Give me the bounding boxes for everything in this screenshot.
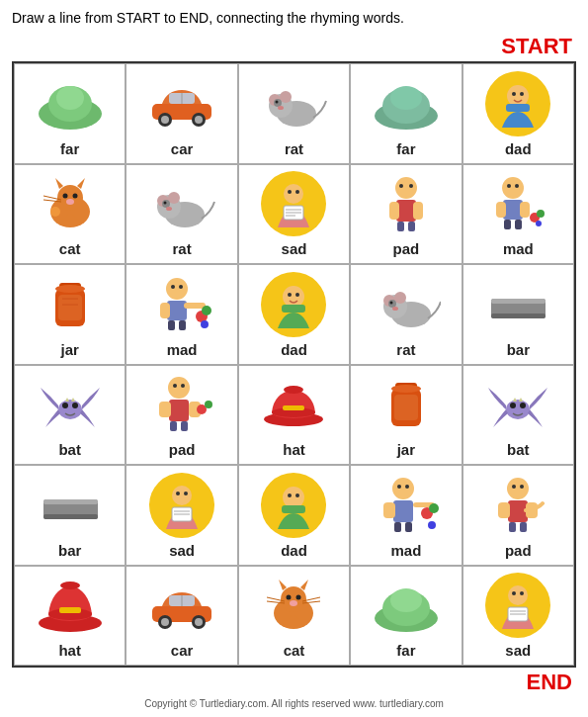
svg-point-115 — [284, 386, 303, 394]
svg-point-73 — [166, 278, 188, 300]
svg-point-28 — [62, 194, 67, 199]
cell-jar-2: jar — [350, 365, 462, 466]
svg-point-103 — [168, 377, 190, 399]
svg-point-94 — [392, 307, 398, 311]
label-far-1: far — [60, 140, 79, 157]
label-cat-1: cat — [59, 240, 81, 257]
cell-mad-1: mad — [462, 164, 574, 265]
cell-far-2: far — [350, 63, 462, 164]
cell-rat-2: rat — [126, 164, 237, 265]
icon-sad-2 — [142, 471, 221, 540]
svg-point-85 — [288, 293, 292, 297]
cell-dad-1: dad — [462, 63, 574, 164]
label-sad-1: sad — [282, 240, 307, 257]
cell-pad-1: pad — [350, 164, 462, 265]
icon-car-1 — [142, 69, 221, 138]
svg-rect-59 — [520, 202, 530, 218]
label-bar-1: bar — [507, 341, 530, 358]
svg-point-48 — [395, 177, 417, 199]
label-bar-2: bar — [58, 542, 81, 559]
cell-dad-2: dad — [238, 264, 350, 365]
svg-point-30 — [66, 199, 74, 205]
svg-point-112 — [205, 401, 212, 408]
icon-bar-2 — [31, 471, 110, 540]
svg-rect-52 — [397, 222, 404, 231]
icon-cat-1 — [31, 169, 110, 238]
svg-marker-101 — [65, 398, 69, 402]
svg-point-190 — [520, 591, 524, 595]
end-label: END — [12, 670, 576, 695]
svg-point-120 — [391, 385, 421, 393]
svg-point-185 — [508, 585, 528, 605]
svg-point-16 — [278, 106, 284, 110]
icon-bat-1 — [31, 370, 110, 439]
svg-rect-128 — [43, 499, 98, 504]
cell-cat-2: cat — [238, 566, 350, 667]
svg-point-168 — [195, 618, 203, 626]
svg-marker-27 — [77, 178, 85, 189]
label-dad-1: dad — [505, 140, 532, 157]
page: Draw a line from START to END, connectin… — [0, 0, 588, 717]
svg-point-149 — [429, 503, 439, 513]
svg-point-66 — [536, 221, 542, 226]
label-rat-3: rat — [396, 341, 415, 358]
svg-rect-145 — [405, 522, 412, 532]
label-hat-2: hat — [58, 642, 81, 659]
svg-rect-139 — [282, 505, 305, 513]
label-pad-2: pad — [169, 441, 196, 458]
svg-rect-75 — [160, 303, 170, 318]
svg-point-47 — [295, 190, 299, 194]
icon-pad-1 — [367, 169, 446, 238]
svg-marker-126 — [519, 398, 523, 402]
svg-point-138 — [295, 493, 299, 497]
label-rat-1: rat — [285, 140, 303, 157]
svg-point-130 — [172, 486, 192, 505]
svg-point-147 — [405, 485, 409, 489]
svg-point-41 — [284, 184, 303, 204]
svg-rect-105 — [159, 402, 171, 417]
icon-hat-2 — [31, 571, 110, 640]
icon-mad-3 — [367, 471, 446, 540]
footer: Copyright © Turtlediary.com. All rights … — [12, 698, 576, 709]
svg-point-63 — [515, 184, 519, 188]
svg-marker-125 — [513, 398, 517, 402]
svg-rect-53 — [408, 222, 415, 231]
svg-point-2 — [56, 86, 84, 110]
svg-rect-155 — [509, 522, 516, 532]
svg-point-98 — [58, 400, 82, 419]
cell-mad-3: mad — [350, 465, 462, 566]
svg-point-54 — [399, 184, 403, 188]
svg-point-122 — [506, 400, 530, 419]
svg-point-80 — [179, 285, 183, 289]
instruction: Draw a line from START to END, connectin… — [12, 10, 576, 26]
svg-point-15 — [276, 101, 279, 104]
svg-point-177 — [290, 600, 297, 606]
svg-point-110 — [181, 384, 185, 388]
icon-hat-1 — [254, 370, 333, 439]
icon-dad-1 — [478, 69, 557, 138]
svg-rect-153 — [498, 502, 510, 518]
svg-point-157 — [512, 485, 516, 489]
svg-point-86 — [295, 293, 299, 297]
svg-point-62 — [507, 184, 511, 188]
svg-point-140 — [392, 478, 414, 499]
svg-rect-77 — [168, 320, 175, 330]
svg-rect-121 — [394, 395, 418, 420]
label-bat-1: bat — [58, 441, 81, 458]
svg-point-100 — [72, 403, 78, 408]
svg-marker-26 — [55, 178, 63, 189]
svg-point-40 — [166, 207, 172, 211]
svg-marker-174 — [300, 580, 308, 590]
svg-point-184 — [390, 588, 422, 612]
svg-point-31 — [50, 207, 60, 217]
icon-bat-2 — [478, 370, 557, 439]
svg-point-189 — [512, 591, 516, 595]
label-bat-2: bat — [507, 441, 530, 458]
cell-far-3: far — [350, 566, 462, 667]
label-pad-3: pad — [505, 542, 532, 559]
label-pad-1: pad — [393, 240, 420, 257]
svg-point-20 — [507, 85, 529, 107]
svg-point-37 — [168, 192, 180, 204]
icon-car-2 — [142, 571, 221, 640]
svg-point-109 — [173, 384, 177, 388]
